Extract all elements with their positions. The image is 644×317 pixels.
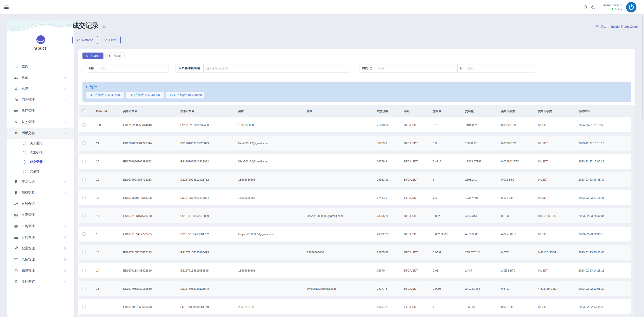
cell-pair: ETH/USDT	[404, 299, 433, 314]
refresh-icon	[77, 38, 80, 42]
link-icon	[14, 202, 18, 206]
sidebar-item-finance-mgmt[interactable]: $财务管理	[7, 116, 74, 128]
column-header-pair[interactable]: 币对	[404, 108, 433, 114]
select-all-checkbox[interactable]	[82, 109, 86, 113]
cell-buy_order_no: EB1701068703399852	[123, 154, 180, 169]
cell-seller: laoyao19880305@gmail.com	[307, 208, 377, 223]
cell-created_at: 2023-03-28 16:48:32	[578, 172, 631, 187]
row-checkbox[interactable]	[82, 269, 86, 272]
table-row: 13ES1677038732136889ES1677038729126548aw…	[79, 281, 631, 296]
row-checkbox[interactable]	[82, 232, 86, 236]
chevron-right-icon	[64, 76, 66, 79]
breadcrumb-home-link[interactable]: 主页	[600, 25, 607, 29]
sidebar-subitem-trade-records[interactable]: 成交记录	[7, 157, 74, 167]
sidebar-item-agent-mgmt[interactable]: 代理管理	[7, 105, 74, 116]
sidebar-item-perpetual-contract[interactable]: 永续合约	[7, 198, 74, 209]
scrollbar-thumb[interactable]	[642, 16, 643, 119]
sidebar-item-spot-trade[interactable]: B币币交易	[7, 128, 74, 139]
cell-amount: 26981.41	[465, 172, 501, 187]
column-header-buy_order_no[interactable]: 买单订单号	[123, 108, 180, 114]
row-checkbox[interactable]	[82, 160, 86, 163]
cell-buyer: 15988888888	[238, 117, 307, 132]
cell-amount: 243.7	[465, 263, 501, 278]
cell-buy_order_no: EB1677007563685638	[123, 299, 180, 314]
cell-order_id: 14	[96, 263, 123, 278]
cell-price: 24370	[377, 263, 404, 278]
row-checkbox[interactable]	[82, 251, 86, 254]
cell-amount: 235.675242	[465, 245, 501, 260]
refresh-button[interactable]: Refresh	[72, 36, 98, 44]
row-checkbox[interactable]	[82, 141, 86, 145]
time-to-separator: To	[457, 64, 465, 72]
column-header-buyer[interactable]: 买家	[238, 108, 307, 114]
table-row: 14EB1677133443822810ES167713351108659913…	[79, 263, 631, 278]
sidebar-item-system[interactable]: 系统	[7, 83, 74, 94]
row-checkbox[interactable]	[82, 123, 86, 127]
sidebar-subitem-sell-orders[interactable]: 卖出委托	[7, 148, 74, 157]
column-header-sell_fee[interactable]: 卖单手续费	[538, 108, 578, 114]
column-header-order_id[interactable]: Order Id↑	[96, 108, 123, 114]
reset-button[interactable]: Reset	[105, 53, 125, 59]
moon-icon[interactable]	[591, 5, 595, 10]
column-header-created_at[interactable]: 创建时间	[578, 108, 631, 114]
table-row: 21EB1701069002225744ES1701069013326829ll…	[79, 136, 631, 151]
time-to-input[interactable]	[465, 64, 550, 72]
sidebar-item-risk-mgmt[interactable]: 风控管理	[7, 254, 74, 265]
sidebar-item-home[interactable]: 主页	[7, 61, 74, 72]
cell-order_id: 768	[96, 117, 123, 132]
sidebar-item-wallet-mgmt[interactable]: 钱包管理	[7, 265, 74, 276]
sidebar-item-option-trade[interactable]: B期权交易	[7, 187, 74, 198]
sidebar-subitem-label: 交易对	[30, 169, 39, 174]
svg-text:B: B	[15, 180, 17, 184]
avatar[interactable]	[626, 2, 636, 12]
column-header-sell_order_no[interactable]: 卖单订单号	[180, 108, 238, 114]
menu-icon[interactable]	[4, 6, 9, 9]
cell-created_at: 2023-02-23 20:28:46	[578, 245, 631, 260]
sidebar-subitem-buy-orders[interactable]: 买入委托	[7, 139, 74, 148]
cell-sell_order_no: ES1677133511086599	[180, 263, 238, 278]
row-checkbox[interactable]	[82, 305, 86, 308]
cell-buyer: 13666666666	[238, 172, 307, 187]
cell-sell_fee: 0 USDT	[538, 117, 578, 132]
cell-buy_fee: 0 BTC	[501, 245, 538, 260]
sidebar-item-user-mgmt[interactable]: 用户管理	[7, 94, 74, 105]
column-header-amount[interactable]: 交易额	[465, 108, 501, 114]
cell-price: 71010.52	[377, 117, 404, 132]
sidebar-item-staking-mining[interactable]: ¥质押挖矿	[7, 276, 74, 287]
column-header-price[interactable]: 成交价格	[377, 108, 404, 114]
column-header-buy_fee[interactable]: 买单手续费	[501, 108, 538, 114]
time-from-input[interactable]	[375, 64, 457, 72]
sidebar-item-subscription-mgmt[interactable]: 申购管理	[7, 221, 74, 232]
sidebar-item-homepage-mgmt[interactable]: 首页管理	[7, 232, 74, 243]
cell-volume: 0.01	[433, 263, 465, 278]
sidebar-item-merchant[interactable]: 商家	[7, 72, 74, 83]
row-checkbox[interactable]	[82, 196, 86, 199]
row-checkbox[interactable]	[82, 214, 86, 217]
top-navbar: Administrator Online	[0, 0, 644, 15]
cell-buy_order_no: ES1677156154520790	[123, 208, 180, 223]
row-checkbox[interactable]	[82, 287, 86, 290]
row-checkbox[interactable]	[82, 178, 86, 181]
sidebar-item-label: 质押挖矿	[22, 279, 64, 284]
uid-input[interactable]	[97, 64, 168, 72]
cell-buy_fee: 0 BTC	[501, 281, 538, 296]
sidebar-subitem-trade-pairs[interactable]: 交易对	[7, 167, 74, 176]
column-header-volume[interactable]: 交易量	[433, 108, 465, 114]
chevron-right-icon	[64, 247, 66, 250]
cell-buyer: lliiaa661122@gmail.com	[238, 136, 307, 151]
chart-bar-icon	[14, 65, 18, 68]
sidebar-item-config-mgmt[interactable]: 配置管理	[7, 243, 74, 254]
sidebar-item-delivery-contract[interactable]: B交割合约	[7, 176, 74, 187]
search-button[interactable]: Search	[82, 53, 103, 59]
chevron-right-icon	[64, 203, 66, 205]
cell-buyer	[238, 281, 307, 296]
column-header-seller[interactable]: 卖家	[307, 108, 377, 114]
user-filter-input[interactable]	[204, 64, 350, 72]
filter-button[interactable]: Filter	[100, 36, 121, 44]
bell-icon[interactable]	[583, 5, 588, 10]
cell-pair: BTC/USDT	[404, 245, 433, 260]
user-status-label: Online	[614, 8, 622, 11]
sidebar-item-article-mgmt[interactable]: 文章管理	[7, 209, 74, 221]
cell-amount: 47.59344	[465, 208, 501, 223]
chevron-right-icon	[64, 99, 66, 101]
